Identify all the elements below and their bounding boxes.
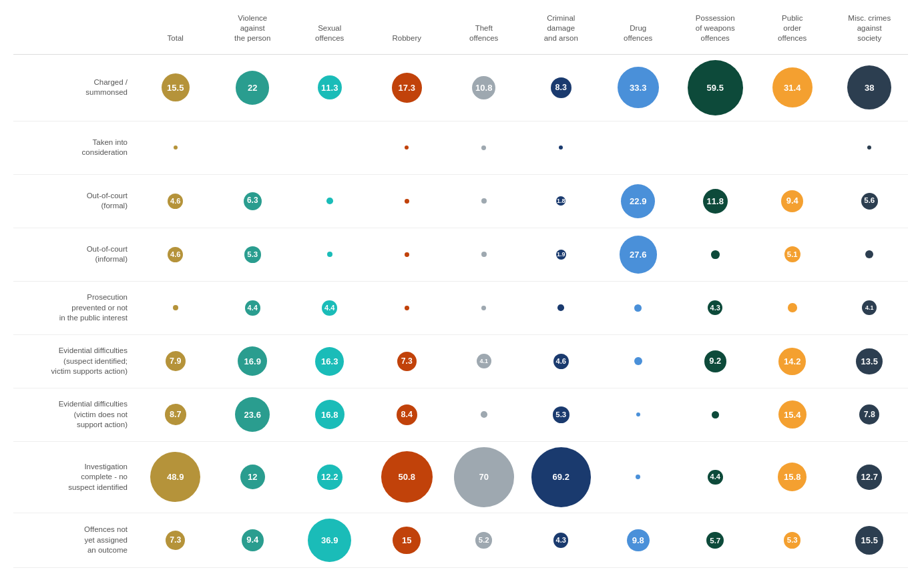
bubble: 5.1 xyxy=(784,246,800,262)
bubble-cell: 15 xyxy=(369,521,446,560)
bubble: 14.2 xyxy=(778,348,806,375)
bubble: 4.1 xyxy=(477,354,491,368)
bubble: 12.7 xyxy=(857,465,882,490)
bubble xyxy=(634,304,642,312)
bubble: 8.4 xyxy=(397,404,417,425)
col-weapons: Possessionof weaponsoffences xyxy=(677,13,754,47)
bubble: 15.8 xyxy=(778,463,806,491)
bubble: 4.6 xyxy=(168,247,183,262)
bubble-cell: 31.4 xyxy=(754,62,831,113)
bubble-cell xyxy=(677,406,754,424)
bubble: 1.8 xyxy=(556,196,565,206)
bubble: 6.3 xyxy=(244,192,262,210)
bubble: 16.3 xyxy=(315,347,344,376)
bubble-cell: 5.1 xyxy=(754,241,831,268)
bubble xyxy=(481,198,487,204)
bubble-cell: 4.3 xyxy=(523,527,600,553)
bubble: 7.3 xyxy=(166,531,185,550)
bubble: 9.4 xyxy=(781,190,803,212)
bubble-cell: 8.3 xyxy=(523,72,600,103)
bubble: 11.3 xyxy=(318,75,342,99)
bubble xyxy=(636,412,640,416)
bubble: 10.8 xyxy=(472,76,495,99)
col-misc: Misc. crimesagainstsociety xyxy=(831,13,909,47)
bubble: 4.4 xyxy=(245,300,260,316)
bubble: 5.3 xyxy=(784,532,800,549)
bubble xyxy=(481,411,487,418)
data-row: Offences notyet assignedan outcome7.39.4… xyxy=(13,513,908,568)
bubble-cell xyxy=(523,299,600,316)
bubble xyxy=(559,146,563,150)
col-drug: Drugoffences xyxy=(600,23,677,47)
header-row: Total Violenceagainstthe person Sexualof… xyxy=(13,13,908,55)
bubble: 13.5 xyxy=(856,348,883,375)
col-sexual: Sexualoffences xyxy=(291,23,369,47)
bubble-cell: 7.3 xyxy=(137,525,214,555)
bubble: 4.4 xyxy=(708,470,723,485)
col-violence: Violenceagainstthe person xyxy=(214,13,292,47)
bubble: 48.9 xyxy=(150,452,200,502)
bubble-cell xyxy=(137,140,214,155)
row-label: Charged /summonsed xyxy=(13,77,137,98)
bubble-cell: 9.8 xyxy=(600,524,677,557)
bubble: 70 xyxy=(454,447,514,507)
bubble-cell: 11.3 xyxy=(291,70,369,105)
bubble-cell: 59.5 xyxy=(677,55,754,121)
bubble-cell: 17.3 xyxy=(369,67,446,108)
bubble-cell xyxy=(445,140,523,156)
bubble-cell: 15.4 xyxy=(754,395,831,434)
bubble: 4.3 xyxy=(708,300,722,315)
bubble-cell xyxy=(291,192,369,210)
bubble-cell: 38 xyxy=(831,60,909,115)
bubble-cell: 16.3 xyxy=(291,342,369,381)
bubble: 22 xyxy=(236,71,269,104)
bubble: 4.6 xyxy=(553,354,569,369)
bubble-cell: 4.3 xyxy=(677,295,754,320)
bubble-cell: 11.8 xyxy=(677,184,754,219)
bubble xyxy=(865,250,873,258)
bubble: 33.3 xyxy=(618,67,659,108)
bubble: 38 xyxy=(847,65,891,109)
bubble xyxy=(634,357,642,365)
data-row: Charged /summonsed15.52211.317.310.88.33… xyxy=(13,55,908,121)
bubble: 7.9 xyxy=(166,351,186,371)
bubble: 5.7 xyxy=(706,532,724,549)
bubble xyxy=(405,306,409,310)
bubble: 31.4 xyxy=(772,67,813,107)
bubble-cell: 4.4 xyxy=(677,465,754,491)
bubble-cell: 9.2 xyxy=(677,345,754,378)
bubble xyxy=(405,146,409,150)
bubble-cell: 13.5 xyxy=(831,343,909,380)
bubble: 22.9 xyxy=(621,184,655,218)
bubble-cell xyxy=(754,298,831,318)
bubble-cell: 27.6 xyxy=(600,230,677,279)
bubble-cell: 4.6 xyxy=(523,348,600,374)
bubble-cell xyxy=(445,193,523,209)
bubble-cell xyxy=(445,246,523,262)
bubble: 59.5 xyxy=(688,60,743,115)
bubble-cell: 1.8 xyxy=(523,191,600,211)
bubble-cell: 15.5 xyxy=(137,68,214,107)
bubble-cell: 12.7 xyxy=(831,459,909,495)
row-label: Out-of-court(formal) xyxy=(13,191,137,212)
bubble-cell: 4.1 xyxy=(445,348,523,374)
bubble-cell xyxy=(600,142,677,153)
bubble: 8.3 xyxy=(551,77,571,98)
bubble: 23.6 xyxy=(235,397,270,432)
bubble xyxy=(405,252,409,257)
bubble: 5.6 xyxy=(861,193,878,210)
data-row: Out-of-court(informal)4.65.31.927.65.1 xyxy=(13,228,908,282)
bubble-cell: 33.3 xyxy=(600,61,677,113)
col-robbery: Robbery xyxy=(369,33,446,47)
bubble xyxy=(174,146,178,150)
bubble-cell: 5.7 xyxy=(677,527,754,555)
bubble: 15.5 xyxy=(162,73,190,101)
bubble-cell xyxy=(600,469,677,485)
bubble-cell: 4.4 xyxy=(214,295,292,321)
bubble-cell: 6.3 xyxy=(214,187,292,216)
bubble-cell: 9.4 xyxy=(214,524,292,557)
bubble: 9.8 xyxy=(627,529,650,552)
col-public: Publicorderoffences xyxy=(754,13,831,47)
bubble-cell xyxy=(137,300,214,316)
bubble-cell xyxy=(831,245,909,264)
